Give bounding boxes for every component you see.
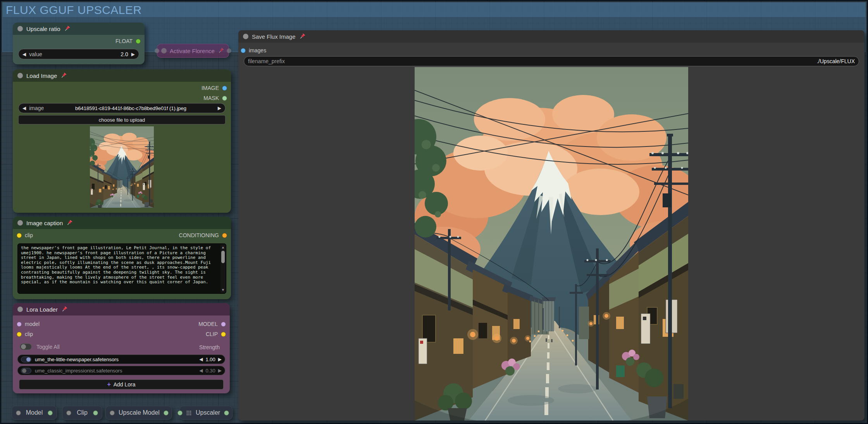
node-upscaler-collapsed[interactable]: Upscaler	[179, 406, 232, 420]
collapse-dot[interactable]	[110, 410, 115, 415]
group-title: FLUX GGUF UPSCALER	[6, 3, 142, 17]
node-header[interactable]: Load Image	[13, 69, 231, 82]
node-header[interactable]: Save Flux Image	[238, 30, 865, 43]
output-port-float[interactable]: FLOAT	[115, 38, 141, 44]
input-port-model[interactable]: model	[17, 321, 40, 327]
lora-toggle-switch[interactable]	[21, 357, 31, 362]
add-lora-button[interactable]: + Add Lora	[19, 379, 224, 390]
lora-strength-value[interactable]: 0.30	[205, 368, 215, 374]
collapse-dot[interactable]	[17, 73, 23, 78]
increment-arrow-icon[interactable]: ▶	[131, 52, 135, 57]
dot-grid-icon	[186, 410, 192, 416]
filename-prefix-value[interactable]: ./Upscale/FLUX	[817, 58, 855, 64]
port-label: IMAGE	[202, 85, 219, 91]
widget-value[interactable]: 2.0	[121, 51, 128, 57]
input-port-dot[interactable]	[177, 410, 183, 415]
caption-scrollbar[interactable]: ▲ ▼	[220, 245, 226, 293]
port-label: images	[249, 47, 266, 53]
node-save-flux-image[interactable]: Save Flux Image images filename_prefix .…	[238, 30, 865, 421]
port-dot[interactable]	[241, 48, 246, 53]
port-dot[interactable]	[222, 233, 227, 238]
collapse-dot[interactable]	[17, 26, 23, 31]
prev-image-arrow-icon[interactable]: ◀	[22, 106, 26, 110]
lora-row[interactable]: ume_the-little-newspaper.safetensors ◀ 1…	[17, 355, 225, 364]
collapse-dot[interactable]	[66, 410, 71, 415]
node-lora-loader[interactable]: Lora Loader model clip MODEL CLIP T	[13, 303, 230, 393]
toggle-all-row: Toggle All	[20, 343, 60, 350]
node-title: Save Flux Image	[252, 33, 296, 40]
collapse-dot[interactable]	[17, 307, 23, 312]
loaded-image-thumbnail[interactable]	[90, 126, 154, 208]
lora-toggle-switch[interactable]	[21, 368, 31, 374]
strength-decrement-icon[interactable]: ◀	[199, 368, 203, 373]
lora-strength-value[interactable]: 1.00	[205, 357, 215, 362]
port-dot[interactable]	[17, 322, 22, 327]
scroll-up-icon[interactable]: ▲	[220, 245, 226, 250]
node-upscale-ratio[interactable]: Upscale ratio FLOAT ◀ value 2.0 ▶	[13, 22, 145, 64]
choose-file-button[interactable]: choose file to upload	[18, 115, 226, 124]
next-image-arrow-icon[interactable]: ▶	[218, 106, 221, 110]
port-dot[interactable]	[93, 410, 98, 415]
collapse-dot[interactable]	[161, 48, 167, 53]
input-port-clip[interactable]: clip	[17, 232, 33, 238]
port-dot[interactable]	[136, 39, 141, 44]
node-title: Upscaler	[196, 409, 220, 416]
port-dot[interactable]	[164, 410, 169, 415]
node-image-caption[interactable]: Image caption clip CONDITIONING the news…	[13, 217, 231, 299]
output-port-mask[interactable]: MASK	[203, 95, 227, 101]
port-dot[interactable]	[17, 233, 22, 238]
input-port-images[interactable]: images	[241, 47, 266, 53]
input-port-clip[interactable]: clip	[17, 331, 33, 337]
port-label: MODEL	[198, 321, 218, 327]
port-dot[interactable]	[224, 410, 229, 415]
widget-label: filename_prefix	[248, 58, 285, 64]
scroll-down-icon[interactable]: ▼	[220, 287, 226, 293]
caption-textarea[interactable]: the newspaper's front page illustration,…	[17, 243, 226, 294]
value-widget[interactable]: ◀ value 2.0 ▶	[18, 49, 139, 59]
fuji-street-thumbnail-art	[90, 126, 154, 208]
node-activate-florence[interactable]: Activate Florence	[157, 44, 229, 58]
port-dot[interactable]	[221, 332, 226, 337]
port-dot[interactable]	[17, 332, 22, 337]
node-clip-collapsed[interactable]: Clip	[62, 406, 102, 420]
node-model-collapsed[interactable]: Model	[12, 406, 57, 420]
decrement-arrow-icon[interactable]: ◀	[22, 52, 26, 57]
toggle-all-switch[interactable]	[20, 343, 32, 350]
node-load-image[interactable]: Load Image IMAGE MASK ◀ image b6418591-c…	[13, 69, 231, 213]
node-header[interactable]: Upscale ratio	[13, 22, 145, 35]
port-label: clip	[25, 331, 33, 337]
strength-decrement-icon[interactable]: ◀	[199, 357, 203, 362]
port-dot[interactable]	[222, 96, 227, 101]
port-label: model	[25, 321, 40, 327]
filename-prefix-widget[interactable]: filename_prefix ./Upscale/FLUX	[244, 56, 859, 66]
node-title: Upscale ratio	[26, 26, 60, 32]
node-header[interactable]: Lora Loader	[13, 303, 230, 315]
scrollbar-thumb[interactable]	[221, 251, 225, 263]
node-upscale-model-collapsed[interactable]: Upscale Model	[105, 406, 172, 420]
port-dot[interactable]	[222, 86, 227, 91]
add-lora-label: Add Lora	[114, 381, 136, 388]
pin-icon	[60, 72, 67, 79]
port-dot[interactable]	[221, 322, 226, 327]
port-dot[interactable]	[155, 48, 159, 53]
port-dot[interactable]	[48, 410, 53, 415]
collapse-dot[interactable]	[16, 410, 21, 415]
output-port-clip[interactable]: CLIP	[206, 331, 226, 337]
output-port-image[interactable]: IMAGE	[202, 85, 227, 91]
workflow-canvas[interactable]: FLUX GGUF UPSCALER Upscale ratio FLOAT ◀…	[0, 0, 868, 424]
node-header[interactable]: Image caption	[13, 217, 231, 229]
output-port-model[interactable]: MODEL	[198, 321, 226, 327]
strength-increment-icon[interactable]: ▶	[218, 368, 222, 373]
node-title: Upscale Model	[119, 409, 160, 416]
node-title: Model	[25, 409, 44, 416]
port-dot[interactable]	[227, 48, 231, 53]
image-select-widget[interactable]: ◀ image b6418591-c819-441f-86bc-c7b8bed9…	[18, 103, 226, 113]
strength-increment-icon[interactable]: ▶	[218, 357, 222, 362]
lora-row[interactable]: ume_classic_impressionist.safetensors ◀ …	[17, 366, 225, 375]
node-title: Image caption	[26, 220, 63, 226]
collapse-dot[interactable]	[243, 34, 248, 39]
saved-image-preview[interactable]	[415, 67, 688, 421]
image-filename[interactable]: b6418591-c819-441f-86bc-c7b8bed9e01f (1)…	[47, 105, 214, 111]
output-port-conditioning[interactable]: CONDITIONING	[179, 232, 227, 238]
collapse-dot[interactable]	[17, 220, 23, 226]
